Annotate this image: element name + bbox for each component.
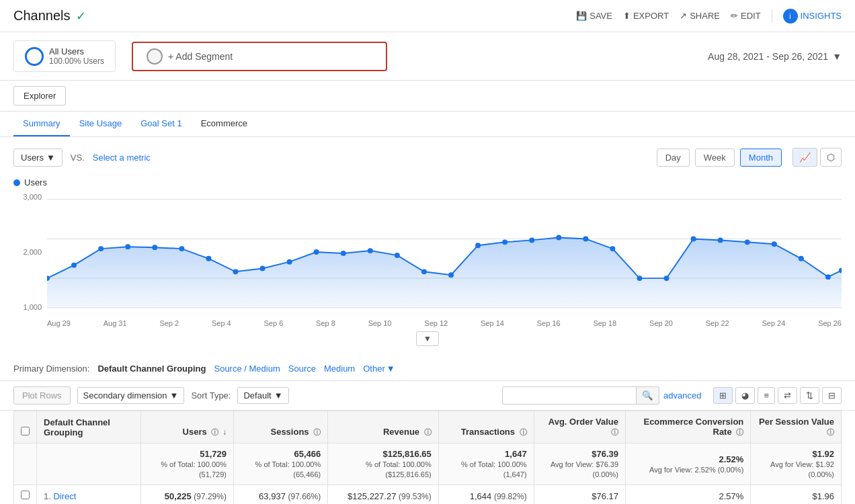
users-header: Users ⓘ ↓ [140,411,233,444]
svg-point-10 [179,246,184,251]
transactions-header: Transactions ⓘ [438,411,534,444]
totals-channel-cell [37,444,141,485]
avg-order-info-icon[interactable]: ⓘ [611,428,618,436]
row1-sessions-cell: 63,937 (97.66%) [233,485,327,505]
totals-sessions-cell: 65,466 % of Total: 100.00% (65,466) [233,444,327,485]
x-axis-labels: Aug 29 Aug 31 Sep 2 Sep 4 Sep 6 Sep 8 Se… [47,319,842,327]
summary-view-button[interactable]: ≡ [758,387,775,404]
source-medium-link[interactable]: Source / Medium [214,364,280,374]
chevron-down-icon: ▼ [170,390,179,401]
totals-row: 51,729 % of Total: 100.00% (51,729) 65,4… [14,444,842,485]
table-view-button[interactable]: ⊟ [822,387,842,404]
source-link[interactable]: Source [288,364,316,374]
svg-point-34 [825,274,831,280]
direct-link[interactable]: Direct [53,491,76,501]
pie-chart-button[interactable]: ⬡ [820,148,842,167]
view-buttons: ⊞ ◕ ≡ ⇄ ⇅ ⊟ [713,387,842,404]
pie-view-button[interactable]: ◕ [735,387,755,404]
select-all-checkbox[interactable] [21,427,30,435]
svg-point-6 [71,263,77,268]
header-actions: 💾 SAVE ⬆ EXPORT ↗ SHARE ✏ EDIT i INSIGHT… [576,9,842,24]
totals-users-cell: 51,729 % of Total: 100.00% (51,729) [140,444,233,485]
row1-per-session-cell: $1.96 [751,485,842,505]
tab-goal-set-1[interactable]: Goal Set 1 [131,112,191,136]
svg-point-11 [206,256,211,261]
chart-legend: Users [13,177,842,187]
week-button[interactable]: Week [695,149,735,167]
month-button[interactable]: Month [740,149,782,167]
svg-point-20 [448,272,454,278]
per-session-info-icon[interactable]: ⓘ [827,428,834,436]
search-box: 🔍 advanced [502,386,701,405]
row1-avg-order-cell: $76.17 [534,485,625,505]
avg-order-header: Avg. Order Value ⓘ [534,411,625,444]
totals-avg-order-cell: $76.39 Avg for View: $76.39 (0.00%) [534,444,625,485]
share-button[interactable]: ↗ SHARE [680,11,720,21]
revenue-info-icon[interactable]: ⓘ [424,428,432,436]
export-button[interactable]: ⬆ EXPORT [623,11,669,21]
chart-range-button[interactable]: ▼ [416,331,439,346]
segment-text: All Users 100.00% Users [49,46,104,66]
svg-point-25 [583,237,588,242]
header-left: Channels ✓ [13,8,86,24]
all-users-segment[interactable]: All Users 100.00% Users [13,40,116,72]
time-controls: Day Week Month 📈 ⬡ [657,148,842,167]
advanced-link[interactable]: advanced [663,390,701,401]
svg-point-22 [502,239,507,245]
svg-point-16 [341,251,346,256]
users-sort-arrow[interactable]: ↓ [222,427,227,437]
primary-dimension-bar: Primary Dimension: Default Channel Group… [0,357,855,381]
table-container: Default Channel Grouping Users ⓘ ↓ Sessi… [0,411,855,504]
medium-link[interactable]: Medium [324,364,355,374]
tab-ecommerce[interactable]: Ecommerce [192,112,257,136]
day-button[interactable]: Day [657,149,690,167]
totals-conversion-cell: 2.52% Avg for View: 2.52% (0.00%) [626,444,751,485]
explorer-tab[interactable]: Explorer [13,86,66,106]
pivot-view-button[interactable]: ⇅ [800,387,819,404]
select-metric-link[interactable]: Select a metric [93,153,151,163]
verified-icon: ✓ [76,9,86,24]
y-axis-labels: 3,000 2,000 1,000 [13,193,47,311]
search-button[interactable]: 🔍 [637,386,659,405]
search-input[interactable] [502,386,637,405]
conversion-header: Ecommerce Conversion Rate ⓘ [626,411,751,444]
tab-site-usage[interactable]: Site Usage [70,112,132,136]
row1-channel-cell: 1. Direct [37,485,141,505]
add-segment-circle-icon [147,48,163,65]
save-button[interactable]: 💾 SAVE [576,11,612,21]
chevron-down-icon: ▼ [46,153,55,163]
edit-button[interactable]: ✏ EDIT [731,11,761,21]
transactions-info-icon[interactable]: ⓘ [520,428,527,436]
page-header: Channels ✓ 💾 SAVE ⬆ EXPORT ↗ SHARE ✏ EDI… [0,0,855,32]
svg-point-29 [691,237,696,242]
compare-view-button[interactable]: ⇄ [778,387,797,404]
metric-selector[interactable]: Users ▼ [13,149,63,167]
secondary-dimension-selector[interactable]: Secondary dimension ▼ [77,387,185,404]
totals-per-session-cell: $1.92 Avg for View: $1.92 (0.00%) [751,444,842,485]
svg-point-30 [718,237,723,243]
users-info-icon[interactable]: ⓘ [211,428,218,436]
table-controls: Plot Rows Secondary dimension ▼ Sort Typ… [0,381,855,411]
other-dropdown[interactable]: Other ▼ [363,364,395,374]
sessions-info-icon[interactable]: ⓘ [313,428,321,436]
conversion-info-icon[interactable]: ⓘ [736,428,743,436]
add-segment-button[interactable]: + Add Segment [132,42,387,71]
date-range-picker[interactable]: Aug 28, 2021 - Sep 26, 2021 ▼ [708,51,842,62]
export-icon: ⬆ [623,11,630,21]
grid-view-button[interactable]: ⊞ [713,387,733,404]
sort-type-selector[interactable]: Default ▼ [237,387,288,404]
explorer-section: Explorer [0,81,855,112]
edit-icon: ✏ [731,11,738,21]
line-chart-button[interactable]: 📈 [792,148,817,167]
vs-label: VS. [71,153,85,163]
sessions-header: Sessions ⓘ [233,411,327,444]
row1-users-cell: 50,225 (97.29%) [140,485,233,505]
row1-conversion-cell: 2.57% [626,485,751,505]
insights-button[interactable]: i INSIGHTS [783,9,842,24]
channel-grouping-header: Default Channel Grouping [37,411,141,444]
row1-checkbox[interactable] [21,491,30,499]
tab-summary[interactable]: Summary [13,112,70,136]
totals-checkbox-cell [14,444,37,485]
svg-marker-4 [47,237,842,308]
primary-dim-label: Primary Dimension: [13,364,89,374]
